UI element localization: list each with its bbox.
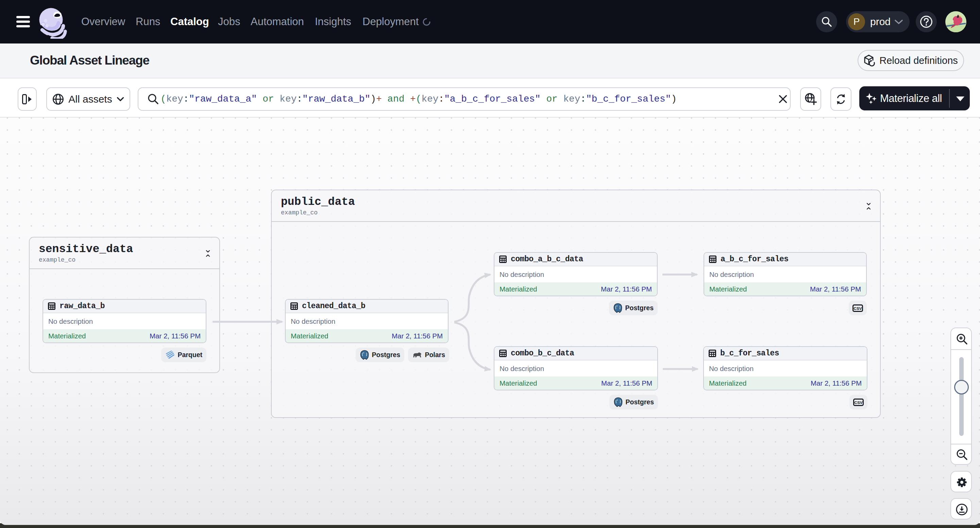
svg-text:CSV: CSV — [854, 400, 862, 405]
svg-text:CSV: CSV — [853, 306, 862, 311]
